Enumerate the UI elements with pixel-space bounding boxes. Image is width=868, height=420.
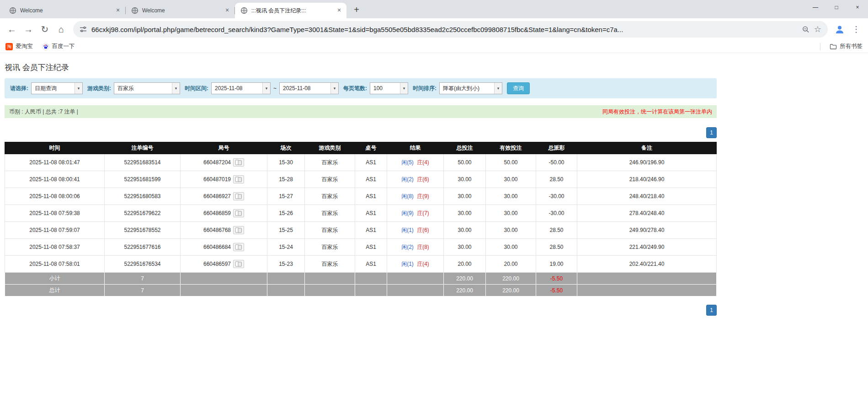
cell-game-type: 百家乐	[305, 205, 355, 222]
menu-icon[interactable]: ⋮	[848, 21, 864, 38]
result-player: 闲(2)	[401, 176, 414, 183]
subtotal-label: 小计	[5, 273, 105, 285]
tab-welcome-2[interactable]: Welcome ×	[126, 3, 234, 18]
bookmark-baidu[interactable]: 百度一下	[42, 43, 75, 50]
round-number: 660486597	[203, 261, 231, 267]
cell-game-type: 百家乐	[305, 222, 355, 239]
new-tab-button[interactable]: +	[350, 4, 363, 16]
cell-result: 闲(9) 庄(7)	[387, 205, 444, 222]
cell-result: 闲(8) 庄(9)	[387, 188, 444, 205]
tab-close-icon[interactable]: ×	[224, 7, 231, 14]
tab-bet-records-active[interactable]: :::视讯 会员下注纪录::: ×	[235, 3, 346, 18]
window-controls: — □ ×	[805, 0, 868, 15]
home-button[interactable]: ⌂	[53, 21, 69, 38]
round-result-image-icon[interactable]	[233, 209, 244, 217]
cell-round-number: 660486597	[181, 256, 267, 273]
search-button[interactable]: 查询	[507, 82, 530, 94]
close-window-button[interactable]: ×	[847, 0, 868, 15]
round-result-image-icon[interactable]	[233, 175, 244, 183]
cell-total-bet: 30.00	[444, 171, 486, 188]
cell-bet-number: 522951681599	[105, 171, 181, 188]
cell-bet-number: 522951676534	[105, 256, 181, 273]
all-bookmarks-button[interactable]: 所有书签	[830, 43, 863, 50]
cell-result: 闲(1) 庄(4)	[387, 256, 444, 273]
tab-close-icon[interactable]: ×	[335, 7, 343, 14]
column-header: 时间	[5, 142, 105, 154]
bookmarks-bar: 淘 爱淘宝 百度一下 所有书签	[0, 40, 868, 53]
cell-note: 246.90/196.90	[577, 154, 717, 171]
cell-note: 278.40/248.40	[577, 205, 717, 222]
result-banker: 庄(9)	[417, 193, 429, 199]
round-number: 660486927	[203, 193, 231, 199]
result-player: 闲(1)	[401, 261, 414, 267]
minimize-button[interactable]: —	[805, 0, 826, 15]
round-result-image-icon[interactable]	[233, 226, 244, 234]
result-banker: 庄(4)	[417, 159, 429, 166]
cell-payout: -30.00	[536, 205, 577, 222]
round-number: 660486684	[203, 244, 231, 250]
cell-valid-bet: 30.00	[486, 205, 536, 222]
table-row: 2025-11-08 07:58:37 522951677616 6604866…	[5, 239, 717, 256]
maximize-button[interactable]: □	[826, 0, 847, 15]
bookmark-taobao[interactable]: 淘 爱淘宝	[5, 43, 33, 50]
profile-avatar[interactable]	[831, 21, 848, 38]
page-1-button[interactable]: 1	[706, 305, 717, 316]
table-row: 2025-11-08 08:00:06 522951680583 6604869…	[5, 188, 717, 205]
column-header: 场次	[267, 142, 305, 154]
page-1-button[interactable]: 1	[706, 127, 717, 138]
page-size-select[interactable]: 100 ▾	[370, 82, 408, 94]
tab-welcome-1[interactable]: Welcome ×	[4, 3, 125, 18]
page-size-label: 每页笔数:	[343, 85, 367, 92]
globe-icon	[9, 7, 16, 14]
cell-bet-number: 522951678552	[105, 222, 181, 239]
game-type-label: 游戏类别:	[87, 85, 111, 92]
game-type-select[interactable]: 百家乐 ▾	[114, 82, 180, 94]
result-banker: 庄(4)	[417, 261, 429, 267]
chevron-down-icon: ▾	[330, 83, 338, 94]
round-result-image-icon[interactable]	[233, 192, 244, 200]
date-to-input[interactable]: 2025-11-08 ▾	[279, 82, 339, 94]
table-body: 2025-11-08 08:01:47 522951683514 6604872…	[5, 154, 717, 273]
result-player: 闲(1)	[401, 227, 414, 233]
cell-valid-bet: 30.00	[486, 171, 536, 188]
tab-title: Welcome	[20, 7, 111, 14]
mode-label: 请选择:	[10, 85, 28, 92]
cell-game-type: 百家乐	[305, 256, 355, 273]
cell-table-number: AS1	[355, 188, 387, 205]
cell-note: 248.40/218.40	[577, 188, 717, 205]
date-from-input[interactable]: 2025-11-08 ▾	[211, 82, 271, 94]
tab-strip: Welcome × Welcome × :::视讯 会员下注纪录::: × + …	[0, 0, 868, 18]
baidu-paw-icon	[42, 43, 49, 50]
forward-button[interactable]: →	[20, 21, 37, 38]
url-text[interactable]: 66cxkj98.com/ipl/portal.php/game/betreco…	[91, 26, 798, 33]
tab-close-icon[interactable]: ×	[114, 7, 122, 14]
taobao-icon: 淘	[5, 43, 13, 50]
cell-note: 218.40/246.90	[577, 171, 717, 188]
cell-total-bet: 30.00	[444, 188, 486, 205]
cell-valid-bet: 20.00	[486, 256, 536, 273]
url-bar[interactable]: 66cxkj98.com/ipl/portal.php/game/betreco…	[73, 21, 828, 38]
cell-table-number: AS1	[355, 239, 387, 256]
round-result-image-icon[interactable]	[233, 158, 244, 167]
cell-note: 202.40/221.40	[577, 256, 717, 273]
cell-session: 15-24	[267, 239, 305, 256]
zoom-icon[interactable]	[802, 26, 809, 33]
site-settings-icon[interactable]	[80, 26, 87, 33]
reload-button[interactable]: ↻	[37, 21, 53, 38]
bookmark-star-icon[interactable]: ☆	[814, 24, 821, 34]
back-button[interactable]: ←	[4, 21, 20, 38]
cell-time: 2025-11-08 08:00:06	[5, 188, 105, 205]
sort-select[interactable]: 降幂(由大到小) ▾	[439, 82, 502, 94]
round-result-image-icon[interactable]	[233, 243, 244, 251]
date-to-value: 2025-11-08	[280, 85, 330, 92]
cell-round-number: 660486927	[181, 188, 267, 205]
mode-select[interactable]: 日期查询 ▾	[31, 82, 83, 94]
column-header: 游戏类别	[305, 142, 355, 154]
column-header: 总投注	[444, 142, 486, 154]
mode-select-value: 日期查询	[32, 85, 75, 92]
cell-game-type: 百家乐	[305, 239, 355, 256]
cell-session: 15-28	[267, 171, 305, 188]
browser-toolbar: ← → ↻ ⌂ 66cxkj98.com/ipl/portal.php/game…	[0, 18, 868, 40]
cell-time: 2025-11-08 07:59:38	[5, 205, 105, 222]
round-result-image-icon[interactable]	[233, 260, 244, 268]
